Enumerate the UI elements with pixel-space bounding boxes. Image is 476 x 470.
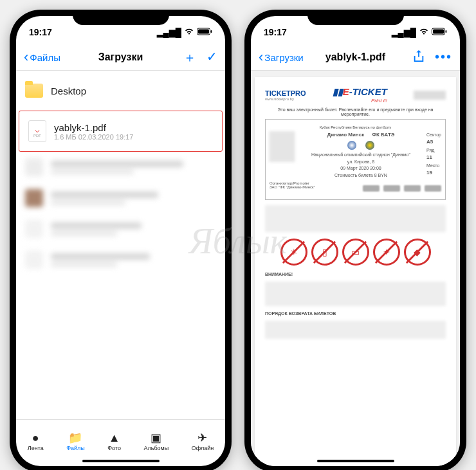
ticketpro-logo: TICKETPRO bbox=[265, 89, 306, 97]
navbar: ‹ Загрузки yablyk-1.pdf ••• bbox=[251, 44, 460, 71]
phone-right: 19:17 ▂▄▆█ ‹ Загрузки yablyk-1.pdf bbox=[244, 10, 466, 470]
signal-icon: ▂▄▆█ bbox=[157, 28, 181, 37]
team-logo-icon bbox=[365, 141, 374, 150]
no-glass-icon: ◆ bbox=[404, 239, 431, 266]
battery-icon bbox=[197, 28, 212, 37]
refund-text bbox=[265, 321, 446, 339]
refund-title: ПОРЯДОК ВОЗВРАТА БИЛЕТОВ bbox=[265, 311, 446, 316]
status-time: 19:17 bbox=[264, 27, 287, 37]
notch bbox=[307, 10, 404, 25]
albums-icon: ▣ bbox=[151, 432, 161, 444]
tab-bar: ● Лента 📁 Файлы ▲ Фото ▣ Альбомы ✈ Офлай… bbox=[16, 419, 225, 461]
no-fire-icon: ✦ bbox=[373, 239, 400, 266]
feed-icon: ● bbox=[32, 432, 39, 444]
folder-name: Desktop bbox=[51, 86, 216, 96]
add-button[interactable]: ＋ bbox=[183, 49, 196, 66]
file-meta: 1.6 МБ 02.03.2020 19:17 bbox=[54, 133, 213, 141]
confirm-button[interactable]: ✓ bbox=[206, 49, 217, 66]
list-item bbox=[16, 183, 225, 213]
team-away: ФК БАТЭ bbox=[372, 131, 394, 139]
terms-text bbox=[265, 205, 446, 232]
signal-icon: ▂▄▆█ bbox=[392, 28, 416, 37]
phone-left: 19:17 ▂▄▆█ ‹ Файлы Загрузки ＋ ✓ bbox=[10, 10, 232, 470]
back-button[interactable]: ‹ Файлы bbox=[24, 50, 60, 64]
notch bbox=[73, 10, 169, 25]
more-button[interactable]: ••• bbox=[435, 50, 452, 66]
file-list: Desktop ⌵PDF yablyk-1.pdf 1.6 МБ 02.03.2… bbox=[16, 71, 225, 419]
chevron-left-icon: ‹ bbox=[259, 50, 263, 64]
tab-albums[interactable]: ▣ Альбомы bbox=[143, 432, 169, 451]
svg-rect-1 bbox=[198, 29, 209, 33]
tab-offline[interactable]: ✈ Офлайн bbox=[192, 432, 214, 451]
files-icon: 📁 bbox=[68, 432, 82, 444]
page-title: yablyk-1.pdf bbox=[325, 51, 385, 63]
page-title: Загрузки bbox=[98, 51, 143, 63]
tab-feed[interactable]: ● Лента bbox=[28, 432, 44, 451]
pdf-viewer[interactable]: TICKETPRO www.ticketpro.by ▮▮E-TICKET Pr… bbox=[251, 71, 460, 466]
warning-text bbox=[265, 282, 446, 306]
chevron-left-icon: ‹ bbox=[24, 50, 28, 64]
tab-files[interactable]: 📁 Файлы bbox=[66, 432, 85, 451]
file-name: yablyk-1.pdf bbox=[54, 122, 213, 133]
no-weapons-icon: ✶ bbox=[280, 239, 307, 266]
team-home: Динамо Минск bbox=[327, 131, 364, 139]
ticket-box: Кубок Республики Беларусь по футболу Дин… bbox=[265, 119, 446, 200]
wifi-icon bbox=[419, 28, 429, 37]
screen-right: 19:17 ▂▄▆█ ‹ Загрузки yablyk-1.pdf bbox=[251, 16, 460, 466]
offline-icon: ✈ bbox=[197, 432, 207, 444]
folder-row[interactable]: Desktop bbox=[16, 71, 225, 111]
screen-left: 19:17 ▂▄▆█ ‹ Файлы Загрузки ＋ ✓ bbox=[16, 16, 225, 466]
svg-rect-2 bbox=[211, 30, 212, 33]
share-button[interactable] bbox=[413, 50, 425, 66]
navbar: ‹ Файлы Загрузки ＋ ✓ bbox=[16, 44, 225, 71]
doc-subtitle: Это ваш электронный билет. Распечатайте … bbox=[265, 107, 446, 116]
status-time: 19:17 bbox=[29, 27, 52, 37]
eticket-logo: ▮▮E-TICKET bbox=[333, 86, 387, 97]
team-logo-icon bbox=[347, 141, 356, 150]
sponsor-logos bbox=[363, 185, 441, 192]
pdf-icon: ⌵PDF bbox=[28, 120, 46, 142]
photo-icon: ▲ bbox=[109, 432, 120, 444]
svg-rect-5 bbox=[446, 30, 447, 33]
barcode-top bbox=[414, 91, 446, 100]
no-bottles-icon: ▯ bbox=[311, 239, 338, 266]
back-button[interactable]: ‹ Загрузки bbox=[259, 50, 304, 64]
barcode-icon bbox=[270, 131, 295, 162]
list-item bbox=[16, 244, 225, 275]
battery-icon bbox=[432, 28, 447, 37]
wifi-icon bbox=[184, 28, 194, 37]
home-indicator[interactable] bbox=[82, 460, 160, 462]
warning-title: ВНИМАНИЕ! bbox=[265, 272, 446, 276]
back-label: Загрузки bbox=[264, 52, 303, 63]
svg-rect-4 bbox=[433, 29, 444, 33]
back-label: Файлы bbox=[30, 52, 60, 63]
folder-icon bbox=[25, 84, 43, 98]
list-item bbox=[16, 213, 225, 244]
list-item bbox=[16, 152, 225, 183]
no-camera-icon: ▭ bbox=[342, 239, 369, 266]
seat-info: СекторA5 Ряд11 Место19 bbox=[426, 131, 441, 179]
home-indicator[interactable] bbox=[317, 460, 394, 462]
file-row-pdf[interactable]: ⌵PDF yablyk-1.pdf 1.6 МБ 02.03.2020 19:1… bbox=[19, 111, 223, 152]
pdf-document: TICKETPRO www.ticketpro.by ▮▮E-TICKET Pr… bbox=[255, 77, 456, 466]
prohibition-icons: ✶ ▯ ▭ ✦ ◆ bbox=[265, 239, 446, 266]
tab-photo[interactable]: ▲ Фото bbox=[107, 432, 121, 451]
